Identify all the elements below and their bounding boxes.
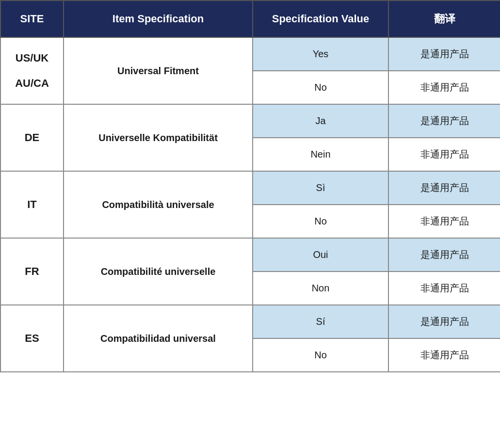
table-body: US/UKAU/CAUniversal FitmentYes是通用产品No非通用… [0,37,500,372]
cell-translation: 是通用产品 [388,171,500,205]
cell-specification: Compatibilidad universal [64,305,253,372]
header-item-specification: Item Specification [64,0,253,37]
cell-value: No [253,338,388,372]
cell-specification: Universelle Kompatibilität [64,104,253,171]
cell-site: IT [0,171,64,238]
main-table: SITE Item Specification Specification Va… [0,0,500,372]
cell-translation: 非通用产品 [388,71,500,104]
cell-translation: 非通用产品 [388,272,500,305]
table-row: ITCompatibilità universaleSì是通用产品 [0,171,500,205]
header-row: SITE Item Specification Specification Va… [0,0,500,37]
header-specification-value: Specification Value [253,0,388,37]
table-row: ESCompatibilidad universalSí是通用产品 [0,305,500,338]
cell-site: FR [0,238,64,305]
cell-translation: 是通用产品 [388,238,500,272]
header-site: SITE [0,0,64,37]
cell-translation: 是通用产品 [388,37,500,71]
cell-value: Oui [253,238,388,272]
cell-value: Yes [253,37,388,71]
cell-specification: Compatibilità universale [64,171,253,238]
cell-translation: 非通用产品 [388,338,500,372]
table-row: US/UKAU/CAUniversal FitmentYes是通用产品 [0,37,500,71]
cell-value: Non [253,272,388,305]
cell-value: Sí [253,305,388,338]
cell-site: US/UKAU/CA [0,37,64,104]
cell-site: ES [0,305,64,372]
table-row: DEUniverselle KompatibilitätJa是通用产品 [0,104,500,138]
cell-translation: 非通用产品 [388,138,500,171]
cell-specification: Compatibilité universelle [64,238,253,305]
cell-value: No [253,71,388,104]
cell-value: No [253,205,388,238]
table-wrapper: SITE Item Specification Specification Va… [0,0,500,448]
cell-value: Nein [253,138,388,171]
cell-translation: 非通用产品 [388,205,500,238]
cell-site: DE [0,104,64,171]
cell-value: Sì [253,171,388,205]
cell-specification: Universal Fitment [64,37,253,104]
cell-value: Ja [253,104,388,138]
cell-translation: 是通用产品 [388,305,500,338]
cell-translation: 是通用产品 [388,104,500,138]
table-row: FRCompatibilité universelleOui是通用产品 [0,238,500,272]
header-translation: 翻译 [388,0,500,37]
